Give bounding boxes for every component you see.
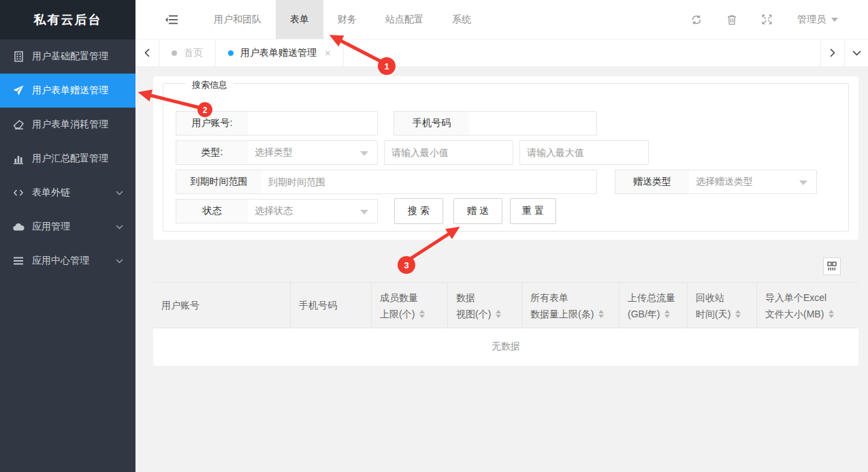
sidebar-item-user-base-config[interactable]: 用户基础配置管理 [0,40,135,74]
tab-user-form-gift[interactable]: 用户表单赠送管理 × [216,40,344,66]
status-label: 状态 [176,199,248,223]
building-icon [12,50,25,63]
type-label: 类型: [176,140,248,165]
column-settings-button[interactable] [823,257,841,275]
collapse-sidebar-icon[interactable] [165,0,178,39]
sidebar-item-user-summary-config[interactable]: 用户汇总配置管理 [0,142,135,176]
col-title: 手机号码 [299,297,337,313]
search-panel: 搜索信息 用户账号: 手机号码 类型: 选择类型 到期时间范围 赠送类型 选择赠… [153,76,858,240]
link-icon [12,187,25,199]
tab-home[interactable]: 首页 [159,40,216,66]
tab-strip-spacer [344,40,820,66]
max-value-input[interactable] [519,140,649,165]
top-tab-label: 用户和团队 [214,14,261,26]
gift-button[interactable]: 赠 送 [453,198,502,224]
col-header-member-limit: 成员数量 上限(个) [372,283,448,328]
trash-icon[interactable] [727,14,737,25]
sidebar-item-label: 用户基础配置管理 [32,50,108,63]
app-logo: 私有云后台 [0,0,135,40]
search-legend: 搜索信息 [186,79,234,91]
chevron-down-icon [116,191,123,195]
sidebar-item-user-form-gift[interactable]: 用户表单赠送管理 [0,74,135,108]
result-table-panel: 用户账号 手机号码 成员数量 上限(个) 数据 视图(个) 所有表单 数据量上限… [153,251,858,366]
phone-label: 手机号码 [393,111,470,136]
sort-icon[interactable] [598,310,604,318]
top-tab-label: 站点配置 [385,14,423,26]
phone-input[interactable] [469,111,597,136]
gift-type-select[interactable]: 选择赠送类型 [689,170,817,194]
top-nav-tabs: 用户和团队 表单 财务 站点配置 系统 [199,0,485,39]
col-header-data-views: 数据 视图(个) [448,283,522,328]
refresh-icon[interactable] [691,14,702,25]
search-button[interactable]: 搜 索 [394,198,443,224]
account-input[interactable] [248,111,378,136]
tabs-menu-icon[interactable] [844,40,868,66]
min-value-input[interactable] [384,140,513,165]
col-title: 用户账号 [161,297,199,313]
tab-status-dot [172,50,177,56]
gift-type-select-value: 选择赠送类型 [696,176,753,188]
sidebar-item-app-management[interactable]: 应用管理 [0,210,135,244]
top-tab-label: 财务 [338,14,357,26]
col-title: 回收站 [696,289,754,306]
send-icon [12,84,25,97]
caret-down-icon [799,180,807,185]
tabs-scroll-right-icon[interactable] [820,40,844,66]
sidebar-item-user-form-consume[interactable]: 用户表单消耗管理 [0,108,135,142]
sort-icon[interactable] [419,310,425,318]
sort-icon[interactable] [496,310,501,318]
sidebar-item-label: 应用管理 [32,221,70,233]
reset-button[interactable]: 重 置 [510,198,556,224]
col-header-account: 用户账号 [153,283,291,328]
sidebar-item-form-external-link[interactable]: 表单外链 [0,176,135,210]
top-tab-label: 系统 [452,14,471,26]
caret-down-icon [831,18,838,22]
top-tab-forms[interactable]: 表单 [276,0,323,39]
expire-range-input[interactable] [261,170,597,194]
user-menu[interactable]: 管理员 [797,14,838,26]
top-tab-site-config[interactable]: 站点配置 [371,0,438,39]
sidebar-item-app-center-management[interactable]: 应用中心管理 [0,244,135,278]
sort-icon[interactable] [735,310,741,318]
tab-home-label: 首页 [184,47,203,59]
top-tab-finance[interactable]: 财务 [323,0,371,39]
cloud-icon [12,221,25,233]
bar-chart-icon [12,153,25,165]
top-header: 用户和团队 表单 财务 站点配置 系统 管理员 [135,0,868,40]
col-subtitle: 上限(个) [380,306,415,322]
type-select[interactable]: 选择类型 [248,140,378,165]
col-header-excel-size: 导入单个Excel 文件大小(MB) [757,283,858,328]
col-header-phone: 手机号码 [291,283,372,328]
menu-icon [12,255,25,267]
type-select-value: 选择类型 [255,146,293,159]
col-header-recycle-time: 回收站 时间(天) [688,283,757,328]
sidebar-item-label: 用户表单赠送管理 [32,84,108,97]
col-subtitle: 数据量上限(条) [530,306,594,322]
account-label: 用户账号: [176,111,248,136]
col-header-form-data-limit: 所有表单 数据量上限(条) [522,283,620,328]
user-menu-label: 管理员 [797,14,826,26]
table-toolbar [153,251,858,283]
col-subtitle: 时间(天) [696,306,730,322]
col-title: 所有表单 [530,289,616,306]
top-tab-label: 表单 [290,14,309,26]
empty-text: 无数据 [492,341,520,353]
status-select[interactable]: 选择状态 [248,199,378,223]
col-title: 数据 [456,289,519,306]
sidebar: 私有云后台 用户基础配置管理 用户表单赠送管理 用户表单消耗管理 用户汇总配置管… [0,0,135,472]
sidebar-item-label: 表单外链 [32,187,70,199]
close-tab-icon[interactable]: × [325,48,331,58]
expire-range-label: 到期时间范围 [176,170,262,194]
sort-icon[interactable] [664,310,670,318]
top-tab-users-teams[interactable]: 用户和团队 [199,0,276,39]
tab-status-dot [228,50,234,56]
top-tab-system[interactable]: 系统 [438,0,485,39]
page-tab-strip: 首页 用户表单赠送管理 × [135,40,868,66]
fullscreen-icon[interactable] [762,14,772,25]
col-header-upload-traffic: 上传总流量 (GB/年) [620,283,688,328]
eraser-icon [12,119,25,131]
col-title: 成员数量 [380,289,445,306]
tabs-scroll-left-icon[interactable] [135,40,159,66]
sort-icon[interactable] [829,310,834,318]
table-empty-row: 无数据 [153,328,858,365]
